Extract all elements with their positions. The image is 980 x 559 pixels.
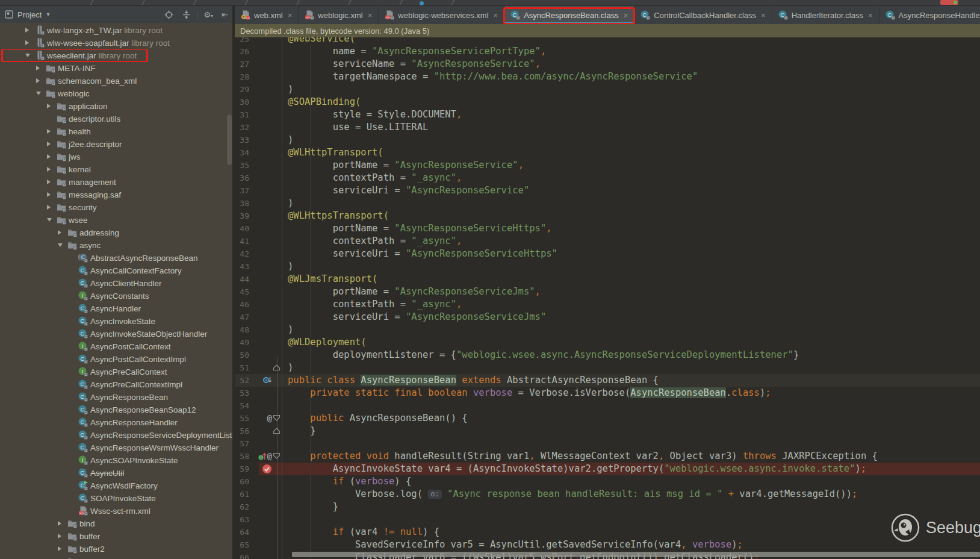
tree-expand-arrow[interactable] xyxy=(36,78,40,83)
horizontal-scrollbar-thumb[interactable] xyxy=(292,552,980,557)
tree-item-security[interactable]: security xyxy=(0,201,232,214)
tree-item-jws[interactable]: jws xyxy=(0,151,232,163)
close-icon[interactable]: × xyxy=(624,11,628,20)
tree-collapse-arrow[interactable] xyxy=(25,54,30,57)
fold-marker-icon[interactable] xyxy=(273,452,281,460)
tree-item-AsyncInvokeState[interactable]: CAsyncInvokeState xyxy=(0,315,232,328)
close-icon[interactable]: × xyxy=(868,11,873,20)
tree-item-AsyncConstants[interactable]: IAsyncConstants xyxy=(0,290,232,302)
line-number: 62 xyxy=(235,501,249,513)
collapse-all-icon[interactable] xyxy=(182,10,191,19)
tree-item-AsyncInvokeStateObjectHandler[interactable]: CAsyncInvokeStateObjectHandler xyxy=(0,328,232,340)
tree-item-descriptor.utils[interactable]: descriptor.utils xyxy=(0,113,232,125)
tree-item-AsyncUtil[interactable]: CAsyncUtil xyxy=(0,467,232,479)
run-widget-clipped[interactable] xyxy=(940,0,958,5)
fold-marker-icon[interactable] xyxy=(273,427,281,434)
close-icon[interactable]: × xyxy=(368,11,373,20)
xml-file-icon: <> xyxy=(385,10,394,20)
tree-expand-arrow[interactable] xyxy=(58,546,61,551)
tree-item-clipped[interactable] xyxy=(0,555,232,559)
tree-item-health[interactable]: health xyxy=(0,125,232,138)
tree-item-AsyncPostCallContextImpl[interactable]: CAsyncPostCallContextImpl xyxy=(0,353,232,366)
tree-scrollbar-thumb[interactable] xyxy=(227,114,232,165)
tree-item-weblogic[interactable]: weblogic xyxy=(0,87,232,100)
tree-item-AsyncCallContextFactory[interactable]: CAsyncCallContextFactory xyxy=(0,264,232,277)
class-icon: C xyxy=(78,468,88,478)
tab-AsyncResponseBean.class[interactable]: CAsyncResponseBean.class× xyxy=(504,6,634,24)
line-number: 40 xyxy=(235,222,249,235)
tab-weblogic-webservices.xml[interactable]: <>weblogic-webservices.xml× xyxy=(379,6,504,24)
tree-item-AsyncResponseHandler[interactable]: CAsyncResponseHandler xyxy=(0,416,232,429)
tree-item-wseeclient.jar[interactable]: wseeclient.jar library root xyxy=(0,49,232,62)
subclassed-gutter-icon[interactable] xyxy=(262,375,272,386)
tree-collapse-arrow[interactable] xyxy=(36,92,41,95)
tree-item-AsyncResponseServiceDeploymentListene[interactable]: CAsyncResponseServiceDeploymentListene xyxy=(0,429,232,442)
tree-expand-arrow[interactable] xyxy=(58,230,61,235)
fold-marker-icon[interactable] xyxy=(273,414,281,422)
tree-expand-arrow[interactable] xyxy=(47,142,51,146)
tree-item-messaging.saf[interactable]: messaging.saf xyxy=(0,189,232,201)
tree-item-bind[interactable]: bind xyxy=(0,517,232,530)
close-icon[interactable]: × xyxy=(761,11,766,20)
tree-item-SOAPInvokeState[interactable]: CSOAPInvokeState xyxy=(0,492,232,505)
tree-item-j2ee.descriptor[interactable]: j2ee.descriptor xyxy=(0,138,232,151)
svg-text:C: C xyxy=(81,469,85,476)
tree-expand-arrow[interactable] xyxy=(25,40,29,45)
editor[interactable]: 25@WebService(26 name = "AsyncResponseSe… xyxy=(235,37,980,559)
overrides-gutter-icon[interactable]: 1 xyxy=(258,451,267,461)
tree-expand-arrow[interactable] xyxy=(47,154,51,159)
svg-text:C: C xyxy=(81,280,85,286)
tree-expand-arrow[interactable] xyxy=(36,66,40,70)
tree-expand-arrow[interactable] xyxy=(58,534,61,539)
tree-expand-arrow[interactable] xyxy=(47,192,51,197)
tree-item-AsyncPreCallContext[interactable]: IAsyncPreCallContext xyxy=(0,366,232,378)
tree-expand-arrow[interactable] xyxy=(47,104,51,108)
tree-expand-arrow[interactable] xyxy=(47,205,51,210)
tree-item-application[interactable]: application xyxy=(0,100,232,113)
hide-panel-icon[interactable]: ⇤ xyxy=(222,10,228,19)
tab-ControlCallbackHandler.class[interactable]: CControlCallbackHandler.class× xyxy=(634,6,772,24)
tree-item-AsyncResponseBeanSoap12[interactable]: CAsyncResponseBeanSoap12 xyxy=(0,404,232,416)
line-number: 50 xyxy=(235,349,249,361)
tree-collapse-arrow[interactable] xyxy=(58,243,63,247)
tree-item-schemacom_bea_xml[interactable]: schemacom_bea_xml xyxy=(0,75,232,87)
tree-item-AsyncWsdlFactory[interactable]: CAsyncWsdlFactory xyxy=(0,479,232,492)
tree-item-Wssc-sct-rm.xml[interactable]: <>Wssc-sct-rm.xml xyxy=(0,505,232,517)
close-icon[interactable]: × xyxy=(494,11,498,20)
tree-item-buffer[interactable]: buffer xyxy=(0,530,232,543)
tree-item-buffer2[interactable]: buffer2 xyxy=(0,543,232,555)
tab-AsyncResponseHandler.class[interactable]: CAsyncResponseHandler.class× xyxy=(879,6,980,24)
tree-item-management[interactable]: management xyxy=(0,176,232,189)
tree-expand-arrow[interactable] xyxy=(25,28,29,33)
locate-icon[interactable] xyxy=(164,10,173,19)
tab-weblogic.xml[interactable]: <>weblogic.xml× xyxy=(299,6,379,24)
settings-gear-icon[interactable]: ⚙▾ xyxy=(203,10,213,19)
tree-item-wlw-wsee-soapfault.jar[interactable]: wlw-wsee-soapfault.jar library root xyxy=(0,37,232,49)
tree-item-wlw-langx-zh_TW.jar[interactable]: wlw-langx-zh_TW.jar library root xyxy=(0,24,232,37)
tree-item-AsyncResponseBean[interactable]: CAsyncResponseBean xyxy=(0,391,232,404)
tree-expand-arrow[interactable] xyxy=(47,129,51,134)
tree-item-addressing[interactable]: addressing xyxy=(0,226,232,239)
tree-expand-arrow[interactable] xyxy=(58,521,61,526)
tree-expand-arrow[interactable] xyxy=(47,180,51,184)
tab-HandlerIterator.class[interactable]: CHandlerIterator.class× xyxy=(772,6,879,24)
tree-item-AsyncResponseWsrmWsscHandler[interactable]: CAsyncResponseWsrmWsscHandler xyxy=(0,442,232,454)
tree-item-AbstractAsyncResponseBean[interactable]: CAbstractAsyncResponseBean xyxy=(0,252,232,264)
tree-item-kernel[interactable]: kernel xyxy=(0,163,232,176)
breakpoint-icon[interactable] xyxy=(262,464,272,474)
tree-item-wsee[interactable]: wsee xyxy=(0,214,232,226)
tree-collapse-arrow[interactable] xyxy=(47,218,52,222)
tree-item-async[interactable]: async xyxy=(0,239,232,252)
tree-item-AsyncPreCallContextImpl[interactable]: CAsyncPreCallContextImpl xyxy=(0,378,232,391)
tree-item-AsyncHandler[interactable]: CAsyncHandler xyxy=(0,302,232,315)
tree-item-AsyncClientHandler[interactable]: CAsyncClientHandler xyxy=(0,277,232,290)
fold-marker-icon[interactable] xyxy=(273,364,281,371)
panel-title[interactable]: Project xyxy=(17,10,42,19)
tree-item-META-INF[interactable]: META-INF xyxy=(0,62,232,75)
tree-item-AsyncPostCallContext[interactable]: IAsyncPostCallContext xyxy=(0,340,232,353)
close-icon[interactable]: × xyxy=(288,11,293,20)
tab-web.xml[interactable]: <>web.xml× xyxy=(235,6,299,24)
tree-item-AsyncSOAPInvokeState[interactable]: IAsyncSOAPInvokeState xyxy=(0,454,232,467)
line-number: 47 xyxy=(235,311,249,323)
tree-expand-arrow[interactable] xyxy=(47,167,51,172)
